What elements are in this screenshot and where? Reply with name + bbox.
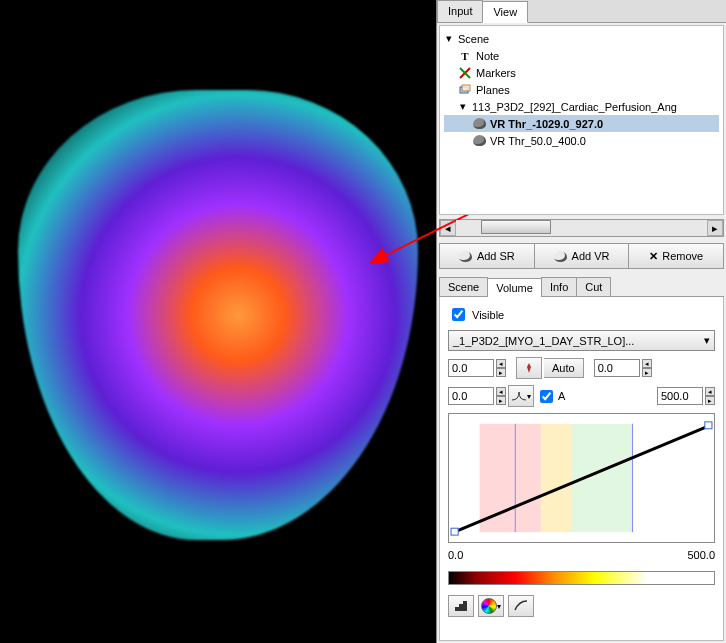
tree-toolbar: Add SR Add VR Remove bbox=[439, 243, 724, 269]
scroll-track[interactable] bbox=[456, 220, 707, 236]
opacity-high-input[interactable] bbox=[657, 387, 703, 405]
tree-label: VR Thr_50.0_400.0 bbox=[490, 135, 586, 147]
scroll-thumb[interactable] bbox=[481, 220, 551, 234]
tab-view[interactable]: View bbox=[482, 1, 528, 23]
visible-label: Visible bbox=[472, 309, 504, 321]
opacity-low-input[interactable] bbox=[448, 387, 494, 405]
tree-node-markers[interactable]: Markers bbox=[444, 64, 719, 81]
pin-button[interactable] bbox=[516, 357, 542, 379]
scene-tree[interactable]: ▾ Scene T Note Markers Planes ▾ 113_P3D2… bbox=[439, 25, 724, 215]
a-label: A bbox=[558, 390, 565, 402]
visible-checkbox[interactable] bbox=[452, 308, 465, 321]
volume-properties: Visible _1_P3D2_[MYO_1_DAY_STR_LO]... ▾ … bbox=[439, 297, 724, 641]
markers-icon bbox=[458, 66, 472, 80]
opacity-high-spinner[interactable]: ◂▸ bbox=[705, 387, 715, 405]
scroll-left-button[interactable]: ◂ bbox=[440, 220, 456, 236]
add-vr-button[interactable]: Add VR bbox=[535, 243, 630, 269]
tree-node-planes[interactable]: Planes bbox=[444, 81, 719, 98]
main-tabs: Input View bbox=[437, 0, 726, 23]
svg-rect-6 bbox=[480, 424, 541, 532]
tree-label: Scene bbox=[458, 33, 489, 45]
gradient-toolbar: ▾ bbox=[448, 595, 715, 617]
axis-max: 500.0 bbox=[687, 549, 715, 561]
tree-node-series[interactable]: ▾ 113_P3D2_[292]_Cardiac_Perfusion_Ang bbox=[444, 98, 719, 115]
svg-rect-13 bbox=[455, 607, 459, 611]
range-high-spinner[interactable]: ◂▸ bbox=[642, 359, 652, 377]
range-low-spinner[interactable]: ◂▸ bbox=[496, 359, 506, 377]
svg-rect-11 bbox=[451, 528, 458, 535]
svg-rect-4 bbox=[462, 85, 470, 91]
tree-label: VR Thr_-1029.0_927.0 bbox=[490, 118, 603, 130]
add-sr-button[interactable]: Add SR bbox=[439, 243, 535, 269]
volume-icon bbox=[472, 117, 486, 131]
tab-volume[interactable]: Volume bbox=[487, 278, 542, 297]
tab-cut[interactable]: Cut bbox=[576, 277, 611, 296]
tree-label: 113_P3D2_[292]_Cardiac_Perfusion_Ang bbox=[472, 101, 677, 113]
side-panel: Input View ▾ Scene T Note Markers Planes… bbox=[436, 0, 726, 643]
auto-button[interactable]: Auto bbox=[544, 358, 584, 378]
curve-icon bbox=[511, 390, 527, 402]
tree-hscroll[interactable]: ◂ ▸ bbox=[439, 219, 724, 237]
opacity-curve-editor[interactable] bbox=[448, 413, 715, 543]
vr-icon bbox=[554, 249, 568, 263]
a-checkbox[interactable] bbox=[540, 390, 553, 403]
svg-rect-12 bbox=[705, 422, 712, 429]
chevron-down-icon: ▾ bbox=[704, 334, 710, 347]
dataset-dropdown[interactable]: _1_P3D2_[MYO_1_DAY_STR_LO]... ▾ bbox=[448, 330, 715, 351]
planes-icon bbox=[458, 83, 472, 97]
tree-label: Markers bbox=[476, 67, 516, 79]
volume-render bbox=[18, 90, 418, 540]
tree-label: Note bbox=[476, 50, 499, 62]
curve-canvas bbox=[449, 414, 714, 542]
svg-rect-15 bbox=[463, 601, 467, 611]
button-label: Add VR bbox=[572, 250, 610, 262]
expand-icon[interactable]: ▾ bbox=[458, 100, 468, 113]
axis-min: 0.0 bbox=[448, 549, 463, 561]
curve-mode-button[interactable]: ▾ bbox=[508, 385, 534, 407]
stepper-icon bbox=[454, 600, 468, 612]
pin-icon bbox=[523, 362, 535, 374]
volume-icon bbox=[472, 134, 486, 148]
text-icon: T bbox=[458, 49, 472, 63]
palette-button[interactable]: ▾ bbox=[478, 595, 504, 617]
tree-label: Planes bbox=[476, 84, 510, 96]
remove-button[interactable]: Remove bbox=[629, 243, 724, 269]
button-label: Add SR bbox=[477, 250, 515, 262]
svg-rect-14 bbox=[459, 604, 463, 611]
tab-info[interactable]: Info bbox=[541, 277, 577, 296]
sr-icon bbox=[459, 249, 473, 263]
expand-icon[interactable]: ▾ bbox=[444, 32, 454, 45]
button-label: Remove bbox=[662, 250, 703, 262]
opacity-row: ◂▸ ▾ A ◂▸ bbox=[448, 385, 715, 407]
tab-input[interactable]: Input bbox=[437, 0, 483, 22]
render-viewport[interactable] bbox=[0, 0, 436, 643]
curve2-icon bbox=[514, 600, 528, 612]
curve-button[interactable] bbox=[508, 595, 534, 617]
tree-node-note[interactable]: T Note bbox=[444, 47, 719, 64]
range-row: ◂▸ Auto ◂▸ bbox=[448, 357, 715, 379]
tab-scene[interactable]: Scene bbox=[439, 277, 488, 296]
axis-row: 0.0 500.0 bbox=[448, 549, 715, 561]
scroll-right-button[interactable]: ▸ bbox=[707, 220, 723, 236]
dropdown-value: _1_P3D2_[MYO_1_DAY_STR_LO]... bbox=[453, 335, 634, 347]
color-gradient[interactable] bbox=[448, 571, 715, 585]
tree-node-vr2[interactable]: VR Thr_50.0_400.0 bbox=[444, 132, 719, 149]
tree-node-scene[interactable]: ▾ Scene bbox=[444, 30, 719, 47]
palette-icon bbox=[481, 598, 497, 614]
svg-rect-7 bbox=[541, 424, 572, 532]
tree-node-vr1[interactable]: VR Thr_-1029.0_927.0 bbox=[444, 115, 719, 132]
range-high-input[interactable] bbox=[594, 359, 640, 377]
close-icon bbox=[649, 250, 658, 263]
opacity-low-spinner[interactable]: ◂▸ bbox=[496, 387, 506, 405]
stepper-button[interactable] bbox=[448, 595, 474, 617]
range-low-input[interactable] bbox=[448, 359, 494, 377]
property-tabs: Scene Volume Info Cut bbox=[439, 277, 724, 297]
